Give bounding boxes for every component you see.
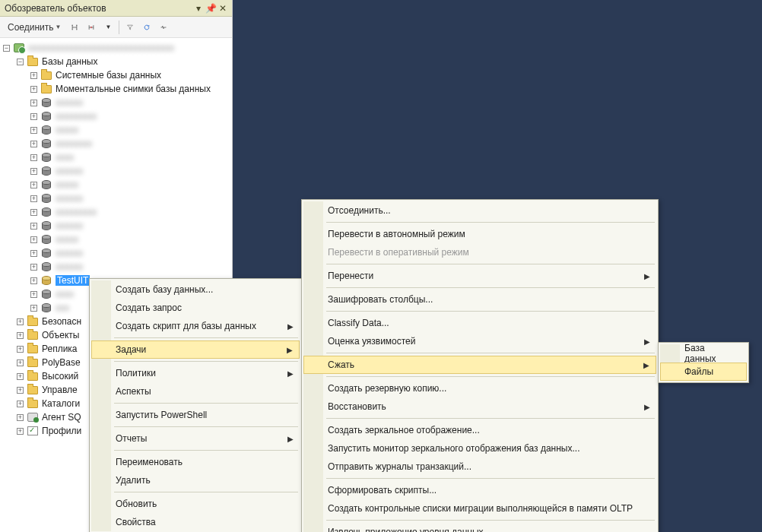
expand-icon[interactable]: +: [30, 209, 37, 216]
menu-separator: [326, 287, 655, 288]
expand-icon[interactable]: +: [30, 154, 37, 161]
menu-new-query[interactable]: Создать запрос: [91, 299, 300, 317]
database-label: xxxxxx: [56, 97, 83, 108]
menu-delete[interactable]: Удалить: [91, 471, 300, 489]
menu-policies[interactable]: Политики▶: [91, 364, 300, 382]
expand-icon[interactable]: +: [30, 291, 37, 298]
polybase-label: PolyBase: [42, 357, 81, 368]
database-label: xxxxxx: [56, 261, 83, 272]
system-databases-node[interactable]: + Системные базы данных: [0, 68, 232, 82]
expand-icon[interactable]: +: [17, 373, 24, 380]
menu-shrink-files[interactable]: Файлы: [660, 363, 747, 381]
database-node[interactable]: +xxxxx: [0, 123, 232, 137]
pin-icon[interactable]: 📌: [206, 4, 215, 13]
menu-separator: [114, 450, 298, 451]
database-node[interactable]: +xxxxxx: [0, 219, 232, 233]
menu-separator: [326, 478, 655, 479]
expand-icon[interactable]: +: [30, 141, 37, 147]
menu-shrink-database[interactable]: База данных: [660, 344, 747, 363]
menu-ship-logs[interactable]: Отправить журналы транзакций...: [303, 458, 656, 476]
database-label: xxxxx: [56, 125, 78, 135]
expand-icon[interactable]: +: [30, 236, 37, 243]
database-node[interactable]: +xxxxxxxxx: [0, 205, 232, 219]
menu-refresh[interactable]: Обновить: [91, 495, 300, 513]
database-node[interactable]: +xxxxxx: [0, 246, 232, 260]
database-node[interactable]: +xxxxx: [0, 178, 232, 192]
expand-icon[interactable]: +: [30, 113, 37, 120]
menu-powershell[interactable]: Запустить PowerShell: [91, 406, 300, 424]
expand-icon[interactable]: +: [30, 264, 37, 271]
snapshots-node[interactable]: + Моментальные снимки базы данных: [0, 82, 232, 96]
menu-new-database[interactable]: Создать базу данных...: [91, 280, 300, 299]
menu-mirror-monitor[interactable]: Запустить монитор зеркального отображени…: [303, 439, 656, 458]
expand-icon[interactable]: +: [30, 168, 37, 175]
expand-icon[interactable]: +: [17, 401, 24, 407]
menu-tasks[interactable]: Задачи▶: [91, 340, 300, 359]
menu-inmemory-oltp[interactable]: Создать контрольные списки миграции выпо…: [303, 499, 656, 518]
menu-shrink[interactable]: Сжать▶: [303, 356, 656, 374]
expand-icon[interactable]: +: [30, 250, 37, 257]
menu-properties[interactable]: Свойства: [91, 513, 300, 531]
database-node[interactable]: +xxxxxxxx: [0, 137, 232, 150]
expand-icon[interactable]: +: [30, 72, 37, 79]
database-node[interactable]: +xxxxxxxxx: [0, 109, 232, 123]
menu-reports[interactable]: Отчеты▶: [91, 429, 300, 448]
collapse-icon[interactable]: −: [17, 59, 24, 65]
menu-mirror[interactable]: Создать зеркальное отображение...: [303, 421, 656, 439]
database-icon: [40, 179, 52, 190]
expand-icon[interactable]: +: [30, 182, 37, 188]
database-icon: [40, 261, 52, 272]
menu-restore[interactable]: Восстановить▶: [303, 397, 656, 416]
database-icon: [40, 193, 52, 204]
menu-vulnerability-assessment[interactable]: Оценка уязвимостей▶: [303, 332, 656, 350]
expand-icon[interactable]: +: [30, 127, 37, 134]
menu-stretch[interactable]: Перенести▶: [303, 267, 656, 285]
expand-icon[interactable]: +: [17, 387, 24, 394]
disconnect-icon[interactable]: [85, 21, 97, 33]
expand-icon[interactable]: +: [17, 318, 24, 325]
collapse-icon[interactable]: −: [3, 45, 10, 52]
database-node[interactable]: +xxxxxx: [0, 96, 232, 109]
menu-generate-scripts[interactable]: Сформировать скрипты...: [303, 481, 656, 499]
menu-extract-dacpac[interactable]: Извлечь приложение уровня данных...: [303, 523, 656, 532]
database-node[interactable]: +xxxxxx: [0, 260, 232, 274]
connect-button[interactable]: Соединить ▼: [5, 21, 64, 34]
database-node[interactable]: +xxxxx: [0, 233, 232, 246]
filter-icon[interactable]: [124, 21, 136, 33]
activity-icon[interactable]: [157, 21, 170, 33]
menu-backup[interactable]: Создать резервную копию...: [303, 379, 656, 397]
expand-icon[interactable]: +: [30, 86, 37, 93]
panel-header: Обозреватель объектов ▾ 📌 ✕: [0, 0, 232, 17]
expand-icon[interactable]: +: [30, 305, 37, 312]
menu-classify-data[interactable]: Classify Data...: [303, 314, 656, 332]
expand-icon[interactable]: +: [17, 359, 24, 366]
menu-separator: [326, 222, 655, 223]
expand-icon[interactable]: +: [30, 195, 37, 202]
refresh-icon[interactable]: [141, 21, 153, 33]
menu-take-offline[interactable]: Перевести в автономный режим: [303, 225, 656, 243]
expand-icon[interactable]: +: [30, 223, 37, 230]
svg-point-3: [77, 29, 78, 30]
submenu-arrow-icon: ▶: [287, 435, 294, 443]
database-node[interactable]: +xxxxxx: [0, 164, 232, 178]
database-node[interactable]: +xxxxxx: [0, 192, 232, 205]
menu-facets[interactable]: Аспекты: [91, 382, 300, 401]
expand-icon[interactable]: +: [30, 100, 37, 106]
menu-script-database[interactable]: Создать скрипт для базы данных▶: [91, 317, 300, 335]
disconnect-dropdown-icon[interactable]: ▼: [102, 22, 114, 32]
databases-node[interactable]: − Базы данных: [0, 55, 232, 68]
expand-icon[interactable]: +: [30, 277, 37, 284]
connect-icon[interactable]: [68, 21, 81, 33]
close-icon[interactable]: ✕: [218, 4, 227, 13]
expand-icon[interactable]: +: [17, 414, 24, 421]
menu-rename[interactable]: Переименовать: [91, 453, 300, 471]
serverobj-label: Объекты: [42, 330, 80, 340]
menu-encrypt-columns[interactable]: Зашифровать столбцы...: [303, 290, 656, 309]
expand-icon[interactable]: +: [17, 346, 24, 353]
window-position-icon[interactable]: ▾: [194, 4, 203, 13]
menu-detach[interactable]: Отсоединить...: [303, 201, 656, 220]
expand-icon[interactable]: +: [17, 428, 24, 435]
expand-icon[interactable]: +: [17, 332, 24, 339]
server-node[interactable]: − xxxxxxxxxxxxxxxxxxxxxxxxxxxxxxxx: [0, 41, 232, 55]
database-node[interactable]: +xxxx: [0, 150, 232, 164]
